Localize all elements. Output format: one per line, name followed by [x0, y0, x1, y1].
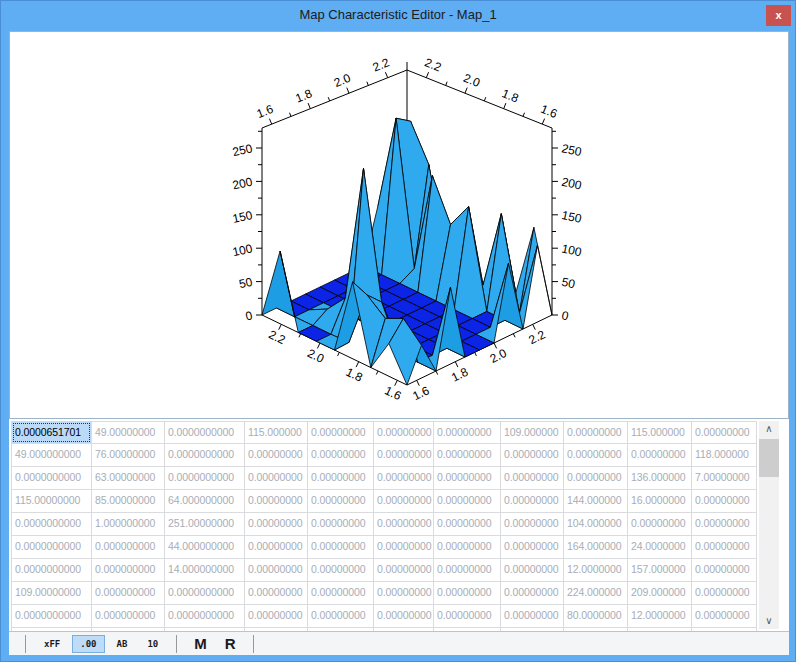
format-decimal-button[interactable]: .00 [72, 635, 104, 653]
grid-cell[interactable] [501, 628, 564, 631]
grid-cell[interactable]: 0.00000000 [245, 444, 308, 467]
grid-cell[interactable]: 0.00000000 [308, 467, 374, 490]
grid-cell[interactable] [92, 628, 165, 631]
grid-cell[interactable]: 7.00000000 [692, 467, 757, 490]
grid-cell[interactable]: 115.00000000 [11, 490, 92, 513]
grid-cell[interactable] [692, 628, 757, 631]
grid-cell[interactable] [308, 628, 374, 631]
grid-cell[interactable]: 209.000000 [628, 582, 692, 605]
grid-cell[interactable]: 0.00000000 [692, 536, 757, 559]
grid-cell[interactable] [245, 628, 308, 631]
grid-cell[interactable]: 0.00000000 [308, 444, 374, 467]
grid-cell[interactable]: 0.0000000000 [165, 605, 245, 628]
grid-cell[interactable]: 0.00000000 [308, 605, 374, 628]
grid-cell[interactable]: 0.00000000 [434, 513, 501, 536]
grid-cell[interactable]: 0.00000000 [245, 513, 308, 536]
m-button[interactable]: M [187, 633, 214, 654]
grid-cell[interactable]: 0.00000000 [692, 605, 757, 628]
grid-cell[interactable]: 0.0000000000 [165, 421, 245, 444]
grid-cell[interactable]: 0.00000000 [245, 536, 308, 559]
grid-cell[interactable]: 0.0000000000 [165, 582, 245, 605]
format-base10-button[interactable]: 10 [139, 635, 166, 653]
grid-cell[interactable]: 14.000000000 [165, 559, 245, 582]
grid-cell[interactable]: 118.000000 [692, 444, 757, 467]
grid-cell[interactable]: 115.000000 [245, 421, 308, 444]
grid-cell[interactable]: 0.00000000 [374, 490, 434, 513]
grid-cell[interactable]: 0.00000000 [501, 582, 564, 605]
grid-cell[interactable]: 0.00000000 [692, 421, 757, 444]
grid-cell[interactable]: 0.000000000 [92, 559, 165, 582]
grid-cell[interactable] [11, 628, 92, 631]
grid-cell[interactable] [434, 628, 501, 631]
grid-cell[interactable]: 109.000000 [501, 421, 564, 444]
grid-cell[interactable] [564, 628, 628, 631]
grid-cell[interactable]: 0.00000000 [308, 536, 374, 559]
grid-cell[interactable]: 0.0000000000 [165, 467, 245, 490]
grid-cell[interactable]: 0.0000000000 [11, 605, 92, 628]
grid-cell[interactable]: 0.00000000 [434, 444, 501, 467]
grid-cell[interactable]: 0.00000000 [434, 467, 501, 490]
grid-cell[interactable]: 136.000000 [628, 467, 692, 490]
grid-cell[interactable] [628, 628, 692, 631]
scroll-up-button[interactable]: ∧ [759, 421, 779, 437]
grid-cell[interactable]: 0.0000000000 [11, 536, 92, 559]
grid-cell[interactable]: 0.00000000 [501, 605, 564, 628]
grid-cell[interactable]: 1.000000000 [92, 513, 165, 536]
grid-cell[interactable]: 0.0000000000 [11, 513, 92, 536]
grid-cell[interactable]: 76.00000000 [92, 444, 165, 467]
grid-cell[interactable]: 0.00000000 [434, 536, 501, 559]
grid-cell[interactable]: 0.00000000 [245, 582, 308, 605]
grid-cell[interactable]: 0.00000000 [628, 513, 692, 536]
grid-cell[interactable]: 0.00000000 [308, 513, 374, 536]
scroll-down-button[interactable]: ∨ [759, 613, 779, 629]
grid-cell[interactable]: 44.000000000 [165, 536, 245, 559]
grid-cell[interactable]: 0.00000000 [564, 421, 628, 444]
grid-cell[interactable]: 0.00000000 [374, 536, 434, 559]
grid-cell[interactable]: 0.00000000 [374, 513, 434, 536]
grid-cell[interactable]: 0.00000000 [692, 513, 757, 536]
grid-cell[interactable]: 0.00000000 [434, 605, 501, 628]
grid-cell[interactable]: 0.00000000 [374, 605, 434, 628]
grid-cell[interactable]: 109.00000000 [11, 582, 92, 605]
grid-cell[interactable]: 64.000000000 [165, 490, 245, 513]
grid-cell[interactable]: 0.00000000 [501, 513, 564, 536]
grid-cell[interactable]: 0.00000000 [374, 582, 434, 605]
grid-cell[interactable]: 0.00000000 [374, 467, 434, 490]
grid-cell[interactable]: 157.000000 [628, 559, 692, 582]
grid-cell[interactable]: 224.000000 [564, 582, 628, 605]
grid-cell[interactable] [165, 628, 245, 631]
grid-cell[interactable]: 0.000000000 [92, 582, 165, 605]
grid-cell[interactable]: 12.0000000 [628, 605, 692, 628]
grid-cell[interactable]: 0.000000000 [92, 605, 165, 628]
grid-vertical-scrollbar[interactable]: ∧ ∨ [759, 421, 779, 629]
scrollbar-thumb[interactable] [759, 439, 779, 477]
grid-cell[interactable]: 251.00000000 [165, 513, 245, 536]
grid-cell[interactable]: 0.00000000 [245, 490, 308, 513]
grid-cell[interactable]: 0.00000000 [374, 444, 434, 467]
r-button[interactable]: R [218, 633, 243, 654]
grid-cell[interactable]: 0.000000000 [92, 536, 165, 559]
grid-cell[interactable]: 0.0000000000 [165, 444, 245, 467]
format-hex-button[interactable]: xFF [36, 635, 68, 653]
grid-cell[interactable]: 0.00000000 [374, 559, 434, 582]
grid-cell[interactable]: 0.00000000 [308, 490, 374, 513]
close-button[interactable]: x [766, 5, 791, 26]
grid-cell[interactable]: 0.00000000 [501, 536, 564, 559]
grid-cell[interactable]: 49.000000000 [11, 444, 92, 467]
format-ascii-button[interactable]: AB [109, 635, 136, 653]
grid-cell[interactable]: 49.00000000 [92, 421, 165, 444]
grid-cell[interactable]: 0.00000000 [245, 559, 308, 582]
grid-cell[interactable]: 0.0000000000 [11, 467, 92, 490]
grid-cell[interactable]: 80.0000000 [564, 605, 628, 628]
grid-cell[interactable]: 104.000000 [564, 513, 628, 536]
grid-cell[interactable]: 0.00000000 [564, 467, 628, 490]
grid-cell[interactable]: 0.00000000 [434, 582, 501, 605]
grid-cell[interactable]: 0.00000000 [245, 467, 308, 490]
grid-cell[interactable]: 0.00000000 [374, 421, 434, 444]
grid-cell[interactable]: 115.000000 [628, 421, 692, 444]
grid-cell[interactable]: 0.00000000 [308, 582, 374, 605]
grid-cell[interactable]: 0.00000000 [692, 559, 757, 582]
grid-cell[interactable]: 12.0000000 [564, 559, 628, 582]
grid-cell[interactable]: 0.00000000 [692, 490, 757, 513]
grid-cell[interactable]: 0.00000000 [628, 444, 692, 467]
